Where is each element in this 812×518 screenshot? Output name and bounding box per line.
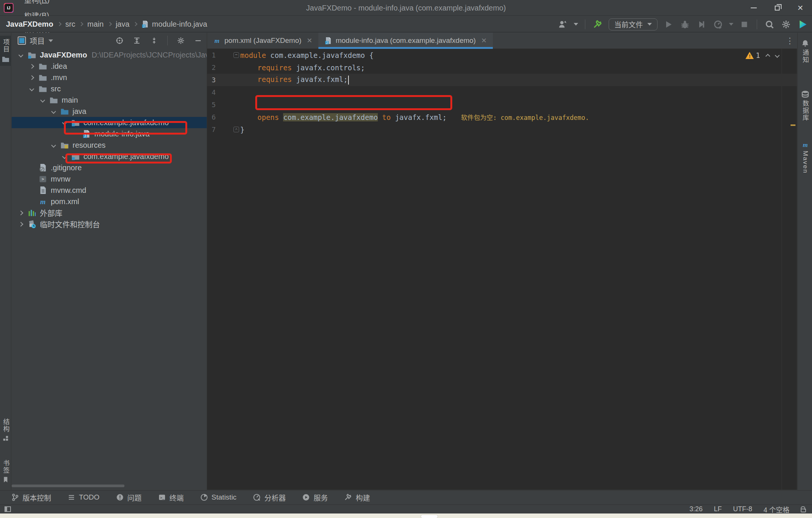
coverage-icon[interactable] xyxy=(696,19,707,30)
status-caret-position[interactable]: 3:26 xyxy=(689,505,703,513)
problem-icon xyxy=(116,494,124,501)
profiler-icon[interactable] xyxy=(712,19,724,30)
chevron-expanded-icon[interactable] xyxy=(51,143,56,148)
code-line[interactable]: 3 requires javafx.fxml; xyxy=(207,74,797,86)
tab-options-icon[interactable]: ⋮ xyxy=(786,33,794,49)
breadcrumb-item[interactable]: main xyxy=(87,20,103,29)
toolbar-terminal[interactable]: >_终端 xyxy=(158,492,184,503)
chevron-expanded-icon[interactable] xyxy=(51,109,56,114)
chevron-down-icon[interactable] xyxy=(574,23,578,26)
restore-button[interactable] xyxy=(765,0,789,16)
code-line[interactable]: 5 xyxy=(207,98,797,111)
toolbar-gauge[interactable]: 分析器 xyxy=(253,492,286,503)
chevron-collapsed-icon[interactable] xyxy=(29,64,34,69)
toolbar-problem[interactable]: 问题 xyxy=(116,492,142,503)
expand-all-icon[interactable] xyxy=(131,35,142,46)
tree-item-label: java xyxy=(73,107,86,116)
tool-stripe-bookmarks[interactable]: 书签 xyxy=(0,457,11,486)
tool-stripe-project[interactable]: 项目 xyxy=(0,36,11,66)
hide-icon[interactable] xyxy=(192,35,204,46)
breadcrumb-item[interactable]: JavaFXDemo xyxy=(6,20,53,29)
text-cursor xyxy=(348,76,349,85)
code-text: } xyxy=(240,126,244,134)
chevron-expanded-icon[interactable] xyxy=(18,53,23,58)
chevron-down-icon[interactable] xyxy=(48,39,53,42)
close-button[interactable]: ✕ xyxy=(789,0,812,16)
chevron-collapsed-icon[interactable] xyxy=(18,211,23,215)
chevron-down-icon[interactable] xyxy=(729,23,733,26)
breadcrumb-item[interactable]: Jmodule-info.java xyxy=(141,20,207,29)
chevron-expanded-icon[interactable] xyxy=(40,98,45,103)
code-line[interactable]: 7˄} xyxy=(207,123,797,136)
layout-widget[interactable] xyxy=(5,506,11,512)
project-view-icon xyxy=(18,36,26,45)
tree-row[interactable]: mpom.xml xyxy=(12,196,207,207)
toolbar-todo[interactable]: TODO xyxy=(68,493,100,501)
toolbar-service[interactable]: 服务 xyxy=(302,492,328,503)
breadcrumb-item[interactable]: java xyxy=(116,20,130,29)
run-icon[interactable] xyxy=(663,19,674,30)
tree-item-label: .gitignore xyxy=(51,164,82,172)
tree-row[interactable]: .mvn xyxy=(12,72,207,83)
tree-row[interactable]: JavaFXDemoD:\IDEAProjects\JCNCProjects\J… xyxy=(12,49,207,61)
user-icon[interactable] xyxy=(557,19,568,30)
settings-icon[interactable] xyxy=(780,19,792,30)
tree-row[interactable]: main xyxy=(12,94,207,106)
tree-row[interactable]: mvnw.cmd xyxy=(12,185,207,196)
toolbar-branch[interactable]: 版本控制 xyxy=(11,492,51,503)
fold-marker-icon[interactable]: ˄ xyxy=(233,127,239,132)
settings-icon[interactable] xyxy=(175,35,186,46)
tree-row[interactable]: src xyxy=(12,83,207,94)
tree-row[interactable]: resources xyxy=(12,139,207,151)
debug-icon[interactable] xyxy=(679,19,691,30)
tree-item-label: src xyxy=(51,85,61,93)
chevron-expanded-icon[interactable] xyxy=(29,86,34,91)
close-icon[interactable]: ✕ xyxy=(307,36,312,45)
code-text: requires javafx.controls; xyxy=(240,64,365,72)
chevron-collapsed-icon[interactable] xyxy=(18,222,23,227)
toolbar-build[interactable]: 构建 xyxy=(344,492,370,503)
tree-row[interactable]: com.example.javafxdemo xyxy=(12,117,207,128)
tree-row[interactable]: com.example.javafxdemo xyxy=(12,151,207,162)
tree-row[interactable]: >mvnw xyxy=(12,173,207,185)
tree-row[interactable]: java xyxy=(12,106,207,117)
stop-icon[interactable] xyxy=(739,19,750,30)
lock-open-icon[interactable] xyxy=(801,509,806,512)
editor-tab[interactable]: mpom.xml (JavaFXDemo)✕ xyxy=(207,33,318,48)
colorful-logo-icon[interactable] xyxy=(797,19,808,30)
tool-stripe-structure[interactable]: 结构 xyxy=(0,415,11,445)
breadcrumb-item[interactable]: src xyxy=(65,20,76,29)
locate-icon[interactable] xyxy=(114,35,125,46)
code-line[interactable]: 1−module com.example.javafxdemo { xyxy=(207,49,797,61)
toolbar-pie[interactable]: Statistic xyxy=(200,493,237,501)
horizontal-scrollbar[interactable] xyxy=(12,485,124,487)
close-icon[interactable]: ✕ xyxy=(481,36,487,45)
project-title[interactable]: 项目 xyxy=(30,35,45,46)
editor-tab[interactable]: Jmodule-info.java (com.example.javafxdem… xyxy=(318,33,493,48)
tree-row[interactable]: .gitignore xyxy=(12,162,207,173)
build-hammer-icon[interactable] xyxy=(592,19,603,30)
fold-marker-icon[interactable]: − xyxy=(233,52,239,58)
tool-stripe-maven[interactable]: mMaven xyxy=(798,138,812,177)
tree-row[interactable]: .idea xyxy=(12,61,207,72)
menu-item-重构R[interactable]: 重构(R) xyxy=(19,0,56,8)
chevron-expanded-icon[interactable] xyxy=(62,154,67,159)
run-config-selector[interactable]: 当前文件 xyxy=(609,18,657,30)
tool-stripe-通知[interactable]: 通知 xyxy=(798,36,812,67)
collapse-all-icon[interactable] xyxy=(148,35,160,46)
code-editor[interactable]: ! 1 1−module com.example.javafxdemo {2 r… xyxy=(207,49,797,490)
chevron-expanded-icon[interactable] xyxy=(62,120,67,125)
tree-row[interactable]: 外部库 xyxy=(12,207,207,218)
tool-stripe-数据库[interactable]: 数据库 xyxy=(798,87,812,124)
code-line[interactable]: 2 requires javafx.controls; xyxy=(207,61,797,74)
status-indent-style[interactable]: 4 个空格 xyxy=(764,504,789,514)
minimize-button[interactable] xyxy=(742,0,765,16)
code-line[interactable]: 4 xyxy=(207,86,797,98)
search-icon[interactable] xyxy=(764,19,775,30)
status-line-separator[interactable]: LF xyxy=(714,505,722,513)
code-line[interactable]: 6 opens com.example.javafxdemo to javafx… xyxy=(207,111,797,123)
chevron-collapsed-icon[interactable] xyxy=(29,75,34,80)
tree-row[interactable]: Jmodule-info.java xyxy=(12,128,207,139)
status-file-encoding[interactable]: UTF-8 xyxy=(733,505,752,513)
tree-row[interactable]: 临时文件和控制台 xyxy=(12,218,207,230)
